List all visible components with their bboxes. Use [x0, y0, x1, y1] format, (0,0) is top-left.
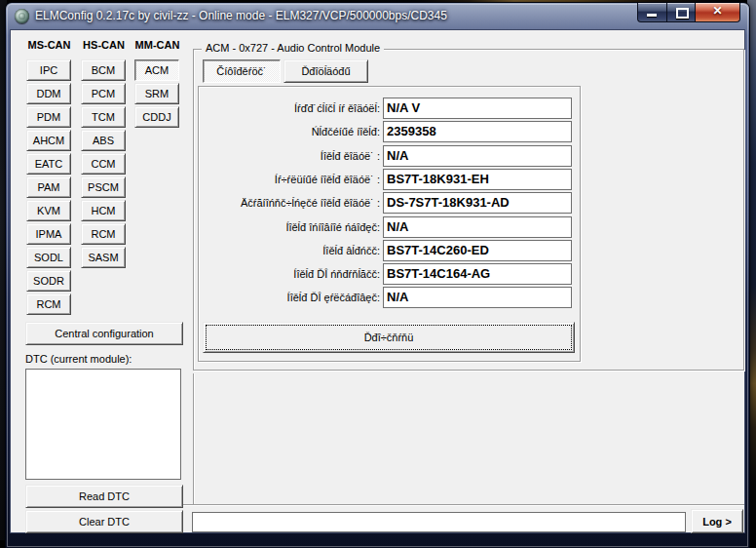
maximize-button[interactable] [666, 3, 696, 22]
close-button[interactable]: ✕ [696, 3, 740, 22]
module-button-ccm[interactable]: CCM [81, 153, 126, 175]
app-icon [15, 9, 29, 23]
read-module-button-label: Ďđî÷čňŕňü [364, 332, 414, 343]
module-button-ahcm[interactable]: AHCM [26, 130, 71, 151]
bus-column-mm-can: MM-CANACMSRMCDDJ [134, 30, 180, 352]
maximize-icon [676, 8, 689, 19]
module-button-rcm[interactable]: RCM [26, 294, 71, 315]
client-area: MS-CANIPCDDMPDMAHCMEATCPAMKVMIPMASODLSOD… [10, 29, 745, 533]
field-value-5[interactable]: N/A [383, 216, 572, 238]
field-value-6[interactable]: BS7T-14C260-ED [383, 240, 572, 261]
field-value-0[interactable]: N/A V [383, 98, 572, 119]
bottom-separator [183, 504, 744, 506]
field-label-2: Íîěĺđ ěîäóë˙ : [202, 145, 380, 167]
field-value-4[interactable]: DS-7S7T-18K931-AD [383, 192, 572, 214]
module-button-eatc[interactable]: EATC [26, 153, 71, 175]
module-button-acm[interactable]: ACM [134, 59, 179, 81]
field-label-7: Íîěĺđ ĎÎ ńňđŕňĺăčč: [202, 263, 380, 285]
bus-column-ms-can: MS-CANIPCDDMPDMAHCMEATCPAMKVMIPMASODLSOD… [26, 30, 72, 352]
field-label-5: Íîěĺđ îńíîâíîé ńáîđęč: [202, 216, 380, 238]
module-button-srm[interactable]: SRM [134, 83, 179, 104]
field-label-0: Íŕďđ˙ćĺíčĺ íŕ ěîäóëĺ: [202, 98, 380, 119]
module-button-tcm[interactable]: TCM [81, 106, 126, 128]
module-button-hcm[interactable]: HCM [81, 200, 126, 221]
module-button-pdm[interactable]: PDM [26, 106, 71, 128]
field-value-2[interactable]: N/A [383, 145, 572, 167]
bus-header-ms-can: MS-CAN [26, 39, 72, 51]
minimize-button[interactable] [637, 3, 666, 22]
field-label-4: Äčŕăíîńňč÷ĺńęčé íîěĺđ ěîäóë˙ : [202, 192, 380, 214]
bus-header-hs-can: HS-CAN [81, 39, 127, 51]
field-value-8[interactable]: N/A [383, 287, 572, 308]
log-button[interactable]: Log > [691, 509, 743, 533]
module-button-sodr[interactable]: SODR [26, 270, 71, 292]
acm-groupbox-title: ACM - 0x727 - Audio Control Module [202, 42, 384, 54]
central-configuration-button[interactable]: Central configuration [25, 322, 183, 345]
field-value-7[interactable]: BS7T-14C164-AG [383, 263, 572, 285]
field-value-3[interactable]: BS7T-18K931-EH [383, 169, 572, 190]
module-button-pscm[interactable]: PSCM [81, 176, 126, 198]
module-button-cddj[interactable]: CDDJ [134, 106, 179, 128]
dtc-current-module-label: DTC (current module): [25, 353, 132, 365]
module-button-abs[interactable]: ABS [81, 130, 126, 151]
module-button-ddm[interactable]: DDM [26, 83, 71, 104]
field-label-6: Íîěĺđ âĺđńčč: [202, 240, 380, 261]
module-button-rcm[interactable]: RCM [81, 223, 126, 245]
field-label-3: Íŕ÷ŕëüíűé íîěĺđ ěîäóë˙ : [202, 169, 380, 190]
tab-information[interactable]: Číôîđěŕöč˙ [203, 59, 281, 83]
tab-procedures[interactable]: Ďđîöĺäóđű [284, 59, 368, 83]
titlebar: ELMConfig 0.2.17c by civil-zz - Online m… [6, 3, 749, 29]
clear-dtc-button[interactable]: Clear DTC [25, 510, 183, 533]
read-dtc-button[interactable]: Read DTC [25, 485, 183, 508]
module-button-sodl[interactable]: SODL [26, 247, 71, 268]
app-window: ELMConfig 0.2.17c by civil-zz - Online m… [6, 3, 749, 548]
bus-header-mm-can: MM-CAN [134, 39, 180, 51]
panel-left-separator [193, 373, 195, 504]
caption-buttons: ✕ [637, 3, 740, 22]
command-input[interactable] [192, 512, 686, 532]
dtc-listbox[interactable] [25, 369, 181, 480]
module-button-bcm[interactable]: BCM [81, 59, 126, 81]
read-module-button[interactable]: Ďđî÷čňŕňü [203, 322, 575, 353]
close-icon: ✕ [696, 4, 739, 18]
module-button-sasm[interactable]: SASM [81, 247, 126, 268]
module-button-pcm[interactable]: PCM [81, 83, 126, 104]
field-value-1[interactable]: 2359358 [383, 121, 572, 142]
module-button-kvm[interactable]: KVM [26, 200, 71, 221]
field-label-1: Ńĺđčéíűé íîěĺđ: [202, 121, 380, 142]
desktop-background: ELMConfig 0.2.17c by civil-zz - Online m… [0, 0, 756, 548]
module-button-pam[interactable]: PAM [26, 176, 71, 198]
minimize-icon [647, 14, 657, 17]
field-label-8: Íîěĺđ ĎÎ ęŕëčáđîâęč: [202, 287, 380, 308]
module-button-ipma[interactable]: IPMA [26, 223, 71, 245]
bus-column-hs-can: HS-CANBCMPCMTCMABSCCMPSCMHCMRCMSASM [81, 30, 127, 352]
window-title: ELMConfig 0.2.17c by civil-zz - Online m… [35, 9, 447, 22]
module-button-ipc[interactable]: IPC [26, 59, 71, 81]
